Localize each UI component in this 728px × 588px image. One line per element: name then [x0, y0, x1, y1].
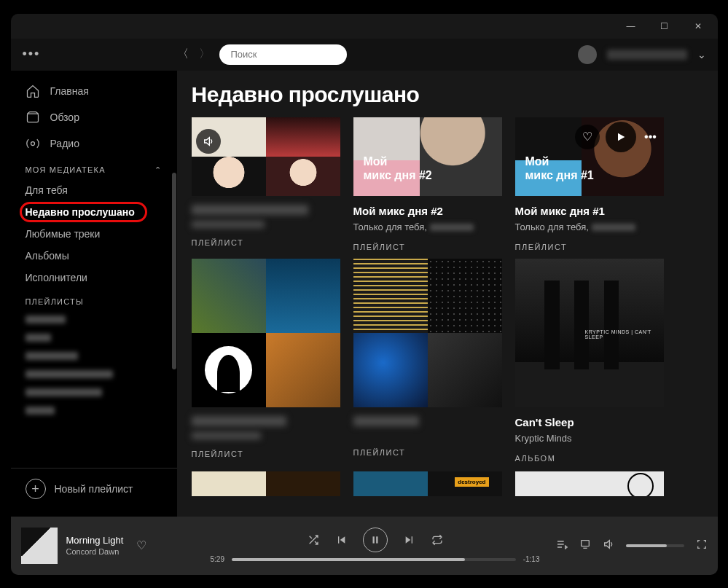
- queue-button[interactable]: [556, 538, 568, 553]
- volume-icon[interactable]: [603, 538, 614, 553]
- app-menu-button[interactable]: •••: [23, 47, 168, 62]
- svg-rect-2: [27, 114, 38, 122]
- progress-bar[interactable]: [232, 558, 516, 561]
- lib-for-you[interactable]: Для тебя: [11, 179, 177, 201]
- lib-recently-played[interactable]: Недавно прослушано: [11, 201, 177, 223]
- card-subtitle: Только для тебя,: [353, 222, 502, 232]
- like-button[interactable]: ♡: [575, 125, 600, 149]
- devices-button[interactable]: [579, 538, 591, 553]
- album-cover-text: KRYPTIC MINDS | CAN'T SLEEP: [585, 329, 659, 404]
- playlist-item[interactable]: [11, 401, 177, 420]
- window-minimize[interactable]: —: [614, 14, 648, 39]
- nav-browse[interactable]: Обзор: [11, 104, 177, 130]
- playlists-header-text: ПЛЕЙЛИСТЫ: [26, 297, 84, 306]
- elapsed-time: 5:29: [211, 555, 224, 563]
- card-partial[interactable]: destroyed: [353, 471, 502, 496]
- plus-icon: +: [26, 479, 46, 499]
- library-collapse-chevron[interactable]: ⌃: [154, 165, 162, 175]
- card-kind: ПЛЕЙЛИСТ: [192, 450, 340, 458]
- repeat-button[interactable]: [431, 534, 443, 546]
- library-header: МОЯ МЕДИАТЕКА ⌃: [11, 157, 177, 179]
- card-mix-2[interactable]: Моймикс дня #2 Мой микс дня #2 Только дл…: [353, 117, 502, 251]
- nav-radio[interactable]: Радио: [11, 130, 177, 157]
- nav-browse-label: Обзор: [50, 111, 79, 123]
- card-playlist-1[interactable]: ПЛЕЙЛИСТ: [192, 117, 340, 251]
- user-avatar[interactable]: [578, 45, 597, 64]
- cover-text: Моймикс дня #1: [525, 154, 594, 182]
- more-button[interactable]: •••: [642, 125, 659, 149]
- card-album-cant-sleep[interactable]: KRYPTIC MINDS | CAN'T SLEEP Can't Sleep …: [515, 259, 664, 463]
- card-partial[interactable]: [192, 471, 340, 496]
- sidebar: Главная Обзор Радио МОЯ МЕДИАТЕКА ⌃ Для …: [11, 71, 177, 517]
- library-header-text: МОЯ МЕДИАТЕКА: [26, 165, 106, 174]
- radio-icon: [26, 136, 40, 151]
- username: [607, 50, 687, 60]
- now-playing-artist[interactable]: Concord Dawn: [66, 547, 124, 556]
- playlist-item[interactable]: [11, 383, 177, 401]
- new-playlist-button[interactable]: + Новый плейлист: [11, 468, 177, 509]
- svg-rect-4: [372, 536, 374, 543]
- playlist-item[interactable]: [11, 329, 177, 347]
- card-kind: ПЛЕЙЛИСТ: [353, 448, 502, 457]
- main-content: Недавно прослушано ПЛЕЙЛИСТ: [177, 71, 718, 517]
- fullscreen-button[interactable]: [696, 538, 708, 553]
- card-kind: ПЛЕЙЛИСТ: [192, 238, 340, 247]
- playlists-header: ПЛЕЙЛИСТЫ: [11, 289, 177, 310]
- search-field[interactable]: [219, 44, 347, 65]
- card-title: Мой микс дня #2: [353, 205, 502, 217]
- home-icon: [26, 84, 40, 98]
- volume-slider[interactable]: [626, 544, 684, 547]
- svg-point-3: [31, 141, 34, 145]
- nav-back[interactable]: 〈: [177, 47, 189, 62]
- card-subtitle: Только для тебя,: [515, 222, 664, 232]
- card-kind: АЛЬБОМ: [515, 454, 664, 463]
- nav-radio-label: Радио: [50, 138, 79, 149]
- now-playing-art[interactable]: [21, 528, 58, 564]
- playlist-item[interactable]: [11, 365, 177, 383]
- card-playlist-5[interactable]: ПЛЕЙЛИСТ: [353, 259, 502, 463]
- topbar: ••• 〈 〉 ⌄: [11, 39, 718, 71]
- svg-rect-6: [581, 540, 589, 546]
- card-playlist-4[interactable]: ПЛЕЙЛИСТ: [192, 259, 340, 463]
- browse-icon: [26, 110, 40, 125]
- window-close[interactable]: ✕: [681, 14, 715, 39]
- new-playlist-label: Новый плейлист: [55, 483, 133, 495]
- player-bar: Morning Light Concord Dawn ♡ 5:29 -1:13: [11, 517, 718, 575]
- svg-rect-5: [376, 536, 377, 543]
- titlebar: — ☐ ✕: [11, 14, 718, 39]
- user-menu-chevron[interactable]: ⌄: [697, 49, 706, 60]
- page-title: Недавно прослушано: [192, 82, 703, 107]
- app-window: — ☐ ✕ ••• 〈 〉 ⌄ Главная Обзор: [11, 14, 718, 575]
- playlist-item[interactable]: [11, 347, 177, 365]
- nav-home-label: Главная: [50, 85, 89, 97]
- search-input[interactable]: [231, 49, 353, 60]
- window-maximize[interactable]: ☐: [648, 14, 681, 39]
- now-playing-title[interactable]: Morning Light: [66, 535, 124, 546]
- lib-albums[interactable]: Альбомы: [11, 245, 177, 267]
- remaining-time: -1:13: [523, 555, 540, 563]
- card-kind: ПЛЕЙЛИСТ: [515, 243, 664, 251]
- nav-forward[interactable]: 〉: [199, 47, 211, 62]
- card-kind: ПЛЕЙЛИСТ: [353, 243, 502, 251]
- previous-button[interactable]: [335, 534, 347, 546]
- card-title: Can't Sleep: [515, 416, 664, 428]
- playlist-item[interactable]: [11, 310, 177, 329]
- play-button[interactable]: [606, 122, 636, 152]
- pause-button[interactable]: [363, 528, 388, 552]
- next-button[interactable]: [404, 534, 415, 546]
- cover-text: Моймикс дня #2: [364, 154, 432, 182]
- card-title: Мой микс дня #1: [515, 205, 664, 217]
- like-track-button[interactable]: ♡: [136, 538, 146, 552]
- card-mix-1[interactable]: Моймикс дня #1 ♡ ••• Мой микс дня #1 Тол…: [515, 117, 664, 251]
- lib-artists[interactable]: Исполнители: [11, 267, 177, 289]
- card-subtitle: Kryptic Minds: [515, 433, 664, 444]
- card-partial[interactable]: [515, 471, 664, 496]
- nav-home[interactable]: Главная: [11, 78, 177, 104]
- lib-liked-songs[interactable]: Любимые треки: [11, 223, 177, 245]
- sound-icon: [196, 129, 221, 154]
- shuffle-button[interactable]: [308, 534, 319, 546]
